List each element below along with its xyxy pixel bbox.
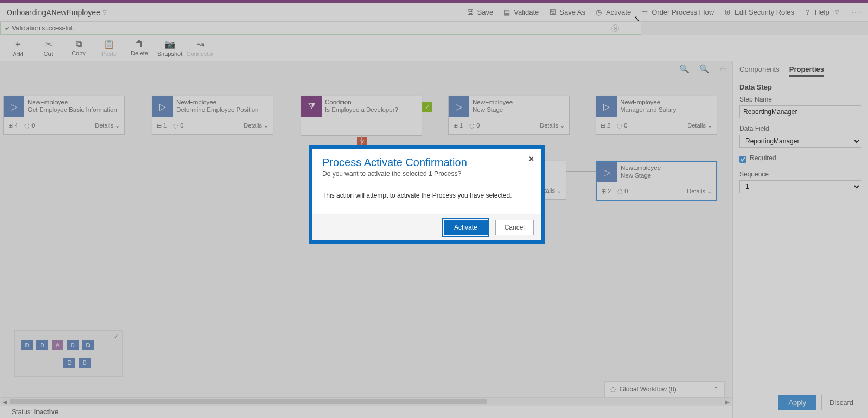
dialog-body: This action will attempt to activate the… <box>322 192 532 199</box>
confirmation-dialog: × Process Activate Confirmation Do you w… <box>309 145 545 244</box>
dialog-title: Process Activate Confirmation <box>322 156 532 169</box>
activate-confirm-button[interactable]: Activate <box>444 220 488 235</box>
cancel-button[interactable]: Cancel <box>495 220 534 235</box>
dialog-subtitle: Do you want to activate the selected 1 P… <box>322 170 532 178</box>
close-icon[interactable]: × <box>529 154 534 164</box>
